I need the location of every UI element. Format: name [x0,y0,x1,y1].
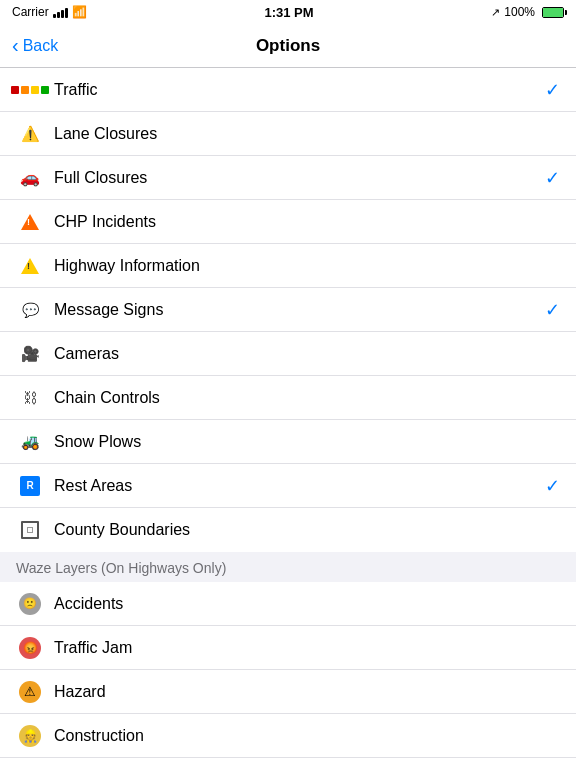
county-boundaries-icon [16,521,44,539]
cameras-icon: 🎥 [16,345,44,363]
carrier-label: Carrier [12,5,49,19]
row-full-closures[interactable]: 🚗 Full Closures ✓ [0,156,576,200]
row-hazard[interactable]: ⚠ Hazard [0,670,576,714]
signal-bar-1 [53,14,56,18]
row-rest-areas-label: Rest Areas [54,477,545,495]
row-highway-info-label: Highway Information [54,257,560,275]
row-traffic-label: Traffic [54,81,545,99]
row-cameras-label: Cameras [54,345,560,363]
row-full-closures-label: Full Closures [54,169,545,187]
row-chain-controls-label: Chain Controls [54,389,560,407]
row-traffic-jam-label: Traffic Jam [54,639,560,657]
status-bar-time: 1:31 PM [264,5,313,20]
row-snow-plows[interactable]: 🚜 Snow Plows [0,420,576,464]
traffic-jam-icon: 😡 [16,637,44,659]
row-chp-incidents[interactable]: ! CHP Incidents [0,200,576,244]
construction-icon: 👷 [16,725,44,747]
waze-section-header: Waze Layers (On Highways Only) [0,552,576,582]
row-message-signs-label: Message Signs [54,301,545,319]
row-accidents-label: Accidents [54,595,560,613]
accidents-icon: 🙁 [16,593,44,615]
row-lane-closures[interactable]: ⚠️ Lane Closures [0,112,576,156]
battery-fill [543,8,563,17]
rest-areas-icon: R [16,476,44,496]
back-label: Back [23,37,59,55]
hazard-icon: ⚠ [16,681,44,703]
row-highway-info[interactable]: ! Highway Information [0,244,576,288]
chain-controls-icon: ⛓ [16,389,44,406]
row-chp-incidents-label: CHP Incidents [54,213,560,231]
status-bar: Carrier 📶 1:31 PM ↗ 100% [0,0,576,24]
traffic-checkmark: ✓ [545,79,560,101]
full-closures-icon: 🚗 [16,168,44,187]
chp-incidents-icon: ! [16,214,44,230]
signal-bar-4 [65,8,68,18]
row-accidents[interactable]: 🙁 Accidents [0,582,576,626]
signal-bars [53,7,68,18]
snow-plows-icon: 🚜 [16,433,44,451]
row-road-closed[interactable]: ❌ Road Closed [0,758,576,768]
battery-percent: 100% [504,5,535,19]
status-bar-right: ↗ 100% [491,5,564,19]
back-button[interactable]: ‹ Back [12,36,58,55]
row-traffic-jam[interactable]: 😡 Traffic Jam [0,626,576,670]
row-lane-closures-label: Lane Closures [54,125,560,143]
traffic-icon [16,86,44,94]
row-snow-plows-label: Snow Plows [54,433,560,451]
message-signs-checkmark: ✓ [545,299,560,321]
row-construction[interactable]: 👷 Construction [0,714,576,758]
row-traffic[interactable]: Traffic ✓ [0,68,576,112]
row-rest-areas[interactable]: R Rest Areas ✓ [0,464,576,508]
signal-bar-3 [61,10,64,18]
back-chevron-icon: ‹ [12,35,19,55]
signal-bar-2 [57,12,60,18]
row-cameras[interactable]: 🎥 Cameras [0,332,576,376]
wifi-icon: 📶 [72,5,87,19]
nav-bar: ‹ Back Options [0,24,576,68]
row-construction-label: Construction [54,727,560,745]
table-view: Traffic ✓ ⚠️ Lane Closures 🚗 Full Closur… [0,68,576,768]
row-chain-controls[interactable]: ⛓ Chain Controls [0,376,576,420]
location-icon: ↗ [491,6,500,19]
battery-icon [542,7,564,18]
page-title: Options [256,36,320,56]
row-message-signs[interactable]: 💬 Message Signs ✓ [0,288,576,332]
waze-section: 🙁 Accidents 😡 Traffic Jam ⚠ Hazard [0,582,576,768]
message-signs-icon: 💬 [16,302,44,318]
main-section: Traffic ✓ ⚠️ Lane Closures 🚗 Full Closur… [0,68,576,552]
row-county-boundaries[interactable]: County Boundaries [0,508,576,552]
status-bar-left: Carrier 📶 [12,5,87,19]
highway-info-icon: ! [16,258,44,274]
row-county-boundaries-label: County Boundaries [54,521,560,539]
full-closures-checkmark: ✓ [545,167,560,189]
row-hazard-label: Hazard [54,683,560,701]
rest-areas-checkmark: ✓ [545,475,560,497]
lane-closures-icon: ⚠️ [16,125,44,143]
